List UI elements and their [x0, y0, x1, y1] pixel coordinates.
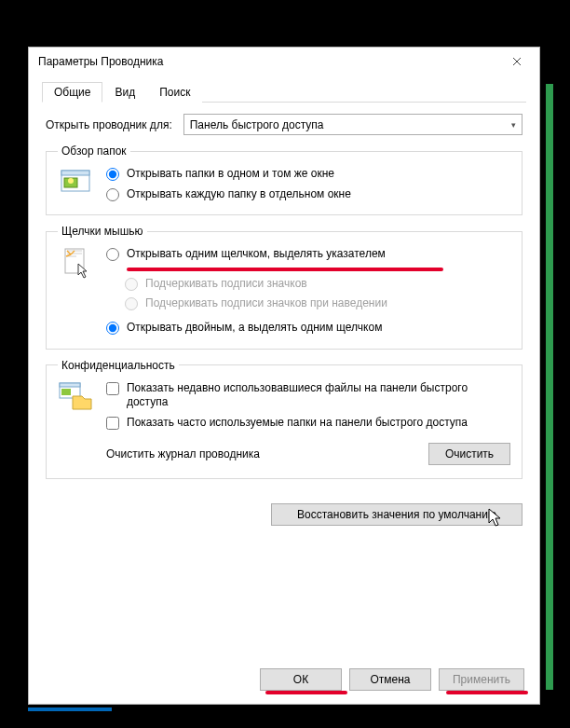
check-recent-files-label: Показать недавно использовавшиеся файлы …: [127, 381, 510, 410]
svg-rect-7: [61, 389, 71, 395]
radio-new-window-label: Открывать каждую папку в отдельном окне: [127, 187, 351, 202]
restore-defaults-button[interactable]: Восстановить значения по умолчанию: [271, 503, 522, 526]
svg-point-3: [68, 178, 74, 184]
tab-search[interactable]: Поиск: [147, 82, 202, 103]
radio-underline-always-label: Подчеркивать подписи значков: [145, 277, 307, 292]
tab-panel-general: Открыть проводник для: Панель быстрого д…: [42, 103, 526, 526]
annotation-underline-apply: [446, 691, 528, 694]
dialog-title: Параметры Проводника: [38, 55, 163, 68]
ok-button[interactable]: ОК: [260, 668, 342, 691]
group-browse-legend: Обзор папок: [58, 144, 130, 158]
chevron-down-icon: ▾: [511, 120, 516, 130]
cancel-button[interactable]: Отмена: [349, 668, 431, 691]
radio-underline-hover-label: Подчеркивать подписи значков при наведен…: [145, 296, 387, 311]
clear-history-label: Очистить журнал проводника: [106, 447, 260, 460]
clear-button[interactable]: Очистить: [428, 443, 510, 465]
radio-same-window[interactable]: [106, 168, 119, 181]
svg-rect-1: [61, 171, 89, 175]
group-click-legend: Щелчки мышью: [58, 225, 147, 238]
open-for-value: Панель быстрого доступа: [190, 118, 324, 131]
group-privacy: Конфиденциальность Показать не: [46, 359, 522, 480]
check-frequent-folders[interactable]: [106, 417, 119, 430]
annotation-underline-single-click: [127, 268, 443, 271]
open-for-combo[interactable]: Панель быстрого доступа ▾: [183, 114, 522, 135]
group-privacy-legend: Конфиденциальность: [58, 359, 179, 372]
check-frequent-folders-label: Показать часто используемые папки на пан…: [127, 416, 468, 431]
tab-general[interactable]: Общие: [42, 82, 102, 103]
check-recent-files[interactable]: [106, 382, 119, 395]
close-button[interactable]: [500, 49, 534, 74]
annotation-underline-ok: [265, 691, 347, 694]
radio-underline-hover: [125, 297, 138, 310]
dialog-explorer-options: Параметры Проводника Общие Вид Поиск Отк…: [28, 47, 540, 705]
radio-double-click-label: Открывать двойным, а выделять одним щелч…: [127, 321, 382, 336]
privacy-folders-icon: [58, 381, 95, 415]
click-pointer-icon: [58, 247, 95, 281]
dialog-footer: ОК Отмена Применить: [260, 668, 524, 691]
radio-double-click[interactable]: [106, 322, 119, 335]
tab-view[interactable]: Вид: [102, 82, 147, 103]
svg-rect-6: [60, 383, 80, 387]
folder-window-icon: [58, 167, 95, 200]
group-click-items: Щелчки мышью Открывать одним щ: [46, 225, 522, 349]
radio-single-click-label: Открывать одним щелчком, выделять указат…: [127, 247, 386, 262]
radio-same-window-label: Открывать папки в одном и том же окне: [127, 167, 334, 182]
radio-single-click[interactable]: [106, 248, 119, 261]
radio-new-window[interactable]: [106, 188, 119, 201]
apply-button[interactable]: Применить: [439, 668, 524, 691]
tab-strip: Общие Вид Поиск: [42, 81, 526, 103]
open-for-label: Открыть проводник для:: [46, 118, 172, 131]
titlebar: Параметры Проводника: [29, 48, 539, 76]
group-browse-folders: Обзор папок Открывать папки в: [46, 144, 522, 215]
radio-underline-always: [125, 278, 138, 291]
